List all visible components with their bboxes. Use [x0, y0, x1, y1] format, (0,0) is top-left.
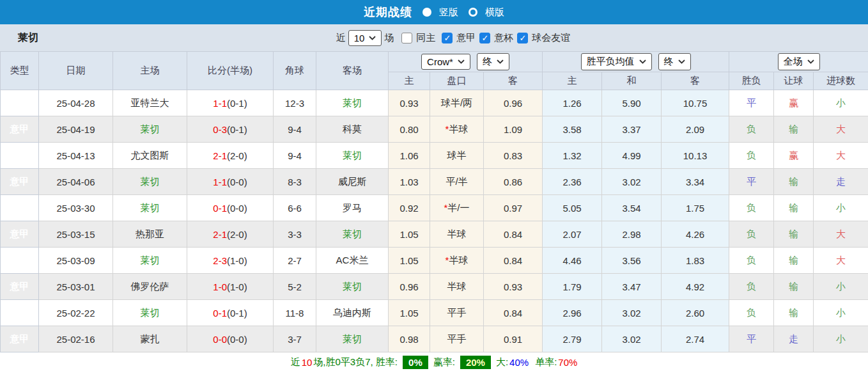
page-title: 近期战绩	[364, 4, 412, 20]
table-row: 意甲 25-04-06 莱切 1-1(0-0) 8-3 威尼斯 1.03 平/半…	[1, 169, 868, 195]
vertical-layout-radio[interactable]	[422, 8, 431, 17]
home-team-cell[interactable]: 莱切	[113, 116, 187, 143]
score-cell: 2-1(2-0)	[187, 221, 274, 248]
result-cell: 负	[729, 195, 774, 221]
fulltime-score: 0-1	[213, 203, 227, 214]
home-odds-cell: 0.96	[389, 274, 430, 300]
away-team-cell[interactable]: 乌迪内斯	[316, 300, 389, 326]
away-odds-cell: 0.96	[484, 90, 543, 116]
club-friendly-checkbox[interactable]	[517, 33, 528, 43]
away-team-cell[interactable]: 莱切	[316, 274, 389, 300]
result-cell: 平	[729, 326, 774, 352]
away-team-cell[interactable]: AC米兰	[316, 248, 389, 274]
header-type: 类型	[1, 52, 39, 90]
home-odds-cell: 1.05	[389, 248, 430, 274]
home-team-cell[interactable]: 莱切	[113, 169, 187, 195]
result-cell: 平	[729, 90, 774, 116]
same-home-checkbox[interactable]	[401, 33, 412, 43]
handicap-cell: 平/半	[430, 169, 484, 195]
home-odds-cell: 0.93	[389, 90, 430, 116]
spread-result-cell: 输	[774, 221, 814, 248]
league-cell: 意甲	[1, 195, 39, 221]
avg-home-cell: 2.79	[543, 326, 602, 352]
handicap-cell: *半/一	[430, 195, 484, 221]
league-cell: 意甲	[1, 169, 39, 195]
avg-home-cell: 5.05	[543, 195, 602, 221]
away-team-cell[interactable]: 科莫	[316, 116, 389, 143]
italy-cup-checkbox[interactable]	[479, 33, 490, 43]
spread-result-cell: 赢	[774, 90, 814, 116]
odds-time-select[interactable]: 终	[477, 53, 509, 70]
summary-single-rate: 70%	[558, 357, 577, 368]
horizontal-layout-label[interactable]: 横版	[485, 6, 504, 19]
halftime-score: (1-0)	[227, 255, 247, 266]
away-team-cell[interactable]: 莱切	[316, 90, 389, 116]
header-date: 日期	[39, 52, 113, 90]
home-team-cell[interactable]: 莱切	[113, 300, 187, 326]
avg-away-cell: 4.26	[662, 221, 729, 248]
fulltime-score: 0-1	[213, 308, 227, 319]
goals-result-cell: 小	[814, 300, 868, 326]
home-team-cell[interactable]: 莱切	[113, 195, 187, 221]
handicap-cell: 球半/两	[430, 90, 484, 116]
home-team-cell[interactable]: 莱切	[113, 248, 187, 274]
avg-home-cell: 3.58	[543, 116, 602, 143]
away-team-cell[interactable]: 莱切	[316, 221, 389, 248]
league-cell: 意甲	[1, 116, 39, 143]
avg-home-cell: 1.26	[543, 90, 602, 116]
away-odds-cell: 0.84	[484, 248, 543, 274]
table-row: 意甲 25-04-28 亚特兰大 1-1(0-1) 12-3 莱切 0.93 球…	[1, 90, 868, 116]
away-odds-cell: 0.91	[484, 326, 543, 352]
avg-away-cell: 2.60	[662, 300, 729, 326]
home-team-cell[interactable]: 佛罗伦萨	[113, 274, 187, 300]
avg-draw-cell: 4.99	[602, 143, 662, 169]
home-team-cell[interactable]: 热那亚	[113, 221, 187, 248]
avg-draw-cell: 3.37	[602, 116, 662, 143]
halftime-score: (2-0)	[227, 150, 247, 161]
subheader-handicap: 盘口	[430, 72, 484, 90]
league-cell: 意甲	[1, 143, 39, 169]
goals-result-cell: 小	[814, 195, 868, 221]
away-odds-cell: 0.93	[484, 274, 543, 300]
vertical-layout-label[interactable]: 竖版	[439, 6, 458, 19]
titlebar: 近期战绩 竖版 横版	[0, 0, 868, 24]
away-odds-cell: 0.84	[484, 300, 543, 326]
home-team-cell[interactable]: 尤文图斯	[113, 143, 187, 169]
average-time-select[interactable]: 终	[658, 53, 691, 70]
spread-result-cell: 输	[774, 274, 814, 300]
home-team-cell[interactable]: 蒙扎	[113, 326, 187, 352]
league-cell: 意甲	[1, 274, 39, 300]
avg-home-cell: 1.32	[543, 143, 602, 169]
result-cell: 负	[729, 143, 774, 169]
avg-draw-cell: 3.02	[602, 326, 662, 352]
away-team-cell[interactable]: 威尼斯	[316, 169, 389, 195]
table-row: 意甲 25-04-19 莱切 0-3(0-1) 9-4 科莫 0.80 *半球 …	[1, 116, 868, 143]
avg-draw-cell: 5.90	[602, 90, 662, 116]
away-team-cell[interactable]: 莱切	[316, 143, 389, 169]
avg-draw-cell: 3.56	[602, 248, 662, 274]
home-team-cell[interactable]: 亚特兰大	[113, 90, 187, 116]
goals-result-cell: 小	[814, 274, 868, 300]
away-team-cell[interactable]: 罗马	[316, 195, 389, 221]
handicap-cell: 平手	[430, 326, 484, 352]
date-cell: 25-02-22	[39, 300, 113, 326]
home-odds-cell: 1.05	[389, 221, 430, 248]
result-cell: 负	[729, 300, 774, 326]
same-home-label: 同主	[416, 32, 435, 44]
summary-big-label: 大:	[496, 356, 508, 368]
match-count-select[interactable]: 10	[348, 30, 382, 46]
date-cell: 25-04-19	[39, 116, 113, 143]
average-type-select[interactable]: 胜平负均值	[581, 53, 652, 70]
matches-label: 场	[384, 32, 394, 44]
odds-company-select[interactable]: Crow*	[421, 54, 470, 70]
goals-result-cell: 小	[814, 90, 868, 116]
scope-select[interactable]: 全场	[778, 53, 820, 70]
league-cell: 意甲	[1, 326, 39, 352]
serie-a-label: 意甲	[456, 32, 476, 44]
fulltime-score: 2-1	[213, 150, 227, 161]
header-score: 比分(半场)	[187, 52, 274, 90]
handicap-text: 半球	[447, 281, 467, 292]
serie-a-checkbox[interactable]	[442, 33, 453, 43]
horizontal-layout-radio[interactable]	[469, 8, 477, 17]
away-team-cell[interactable]: 莱切	[316, 326, 389, 352]
